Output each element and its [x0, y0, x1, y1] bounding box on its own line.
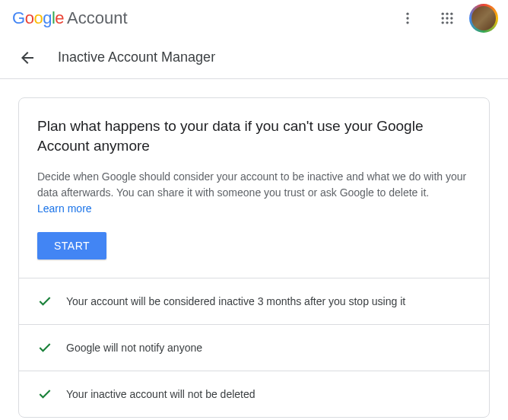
main-card: Plan what happens to your data if you ca… [18, 97, 490, 418]
svg-point-3 [442, 13, 444, 15]
product-name: Account [67, 8, 128, 28]
more-vert-icon [400, 11, 415, 26]
check-icon [37, 340, 52, 355]
back-button[interactable] [12, 43, 43, 73]
top-header: Google Account [0, 0, 508, 37]
arrow-back-icon [18, 49, 37, 67]
svg-point-5 [450, 13, 452, 15]
status-text: Google will not notify anyone [66, 342, 202, 354]
svg-point-6 [442, 17, 444, 19]
status-row: Your account will be considered inactive… [19, 278, 489, 324]
status-row: Google will not notify anyone [19, 324, 489, 371]
svg-point-8 [450, 17, 452, 19]
card-description: Decide when Google should consider your … [37, 169, 471, 217]
sub-header: Inactive Account Manager [0, 37, 508, 79]
check-icon [37, 387, 52, 402]
card-description-text: Decide when Google should consider your … [37, 170, 466, 199]
svg-point-4 [446, 13, 448, 15]
start-button[interactable]: START [37, 232, 106, 259]
more-menu-button[interactable] [392, 3, 423, 33]
status-row: Your inactive account will not be delete… [19, 371, 489, 417]
svg-point-0 [406, 13, 408, 15]
status-text: Your inactive account will not be delete… [66, 388, 256, 400]
avatar[interactable] [471, 6, 496, 30]
svg-point-1 [406, 17, 408, 19]
svg-point-10 [446, 21, 448, 24]
svg-point-2 [406, 21, 408, 24]
learn-more-link[interactable]: Learn more [37, 202, 92, 215]
svg-point-7 [446, 17, 448, 19]
apps-grid-icon [440, 11, 455, 26]
status-text: Your account will be considered inactive… [66, 295, 405, 307]
svg-point-9 [442, 21, 444, 24]
svg-point-11 [450, 21, 452, 24]
card-main-section: Plan what happens to your data if you ca… [19, 98, 489, 278]
google-logo: Google [12, 8, 64, 28]
page-title: Inactive Account Manager [58, 49, 215, 65]
card-title: Plan what happens to your data if you ca… [37, 116, 471, 155]
logo-section: Google Account [12, 8, 128, 28]
apps-menu-button[interactable] [432, 3, 462, 33]
content-area: Plan what happens to your data if you ca… [0, 79, 508, 418]
check-icon [37, 294, 52, 309]
header-right [392, 3, 496, 33]
